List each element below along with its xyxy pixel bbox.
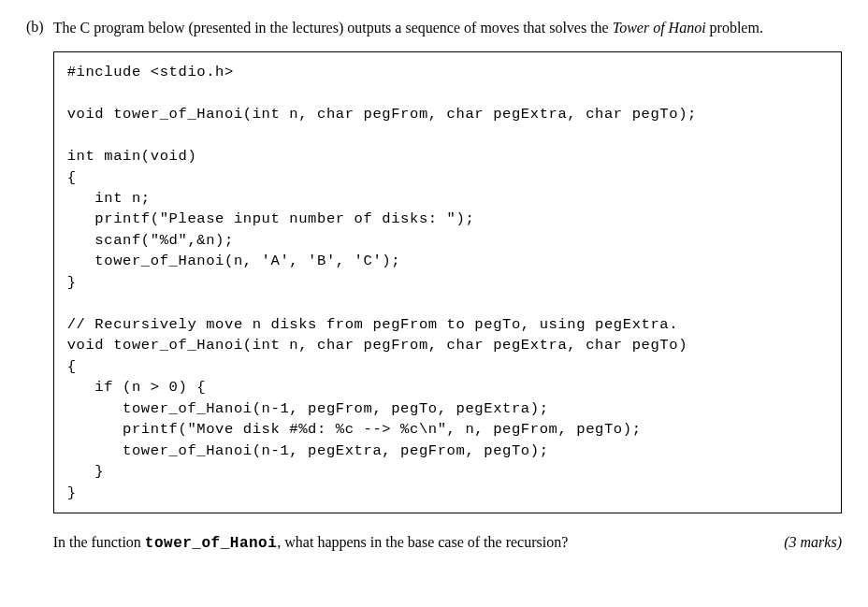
question-text: In the function tower_of_Hanoi, what hap… (53, 532, 569, 554)
item-marker: (b) (26, 17, 44, 37)
problem-block: (b) The C program below (presented in th… (26, 17, 842, 554)
marks-label: (3 marks) (784, 534, 842, 551)
question-after: , what happens in the base case of the r… (277, 534, 568, 550)
function-name: tower_of_Hanoi (145, 535, 277, 552)
intro-paragraph: The C program below (presented in the le… (53, 17, 842, 38)
question-before: In the function (53, 534, 145, 550)
intro-text-1: The C program below (presented in the le… (53, 20, 613, 36)
code-listing: #include <stdio.h> void tower_of_Hanoi(i… (53, 51, 842, 513)
question-row: In the function tower_of_Hanoi, what hap… (53, 532, 842, 554)
intro-text-2: problem. (706, 20, 763, 36)
intro-italic: Tower of Hanoi (613, 20, 706, 36)
item-body: The C program below (presented in the le… (53, 17, 842, 554)
